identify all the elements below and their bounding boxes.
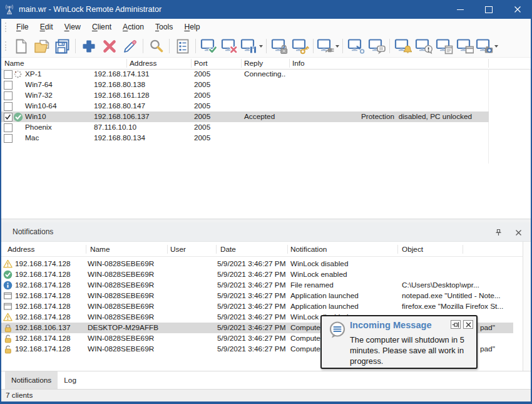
popup-pin-button[interactable] (451, 320, 461, 329)
client-row-win7-32[interactable]: Win7-32192.168.161.1282005 (1, 90, 489, 101)
column-separator[interactable] (287, 245, 288, 254)
client-checkbox[interactable] (4, 70, 13, 79)
notifications-column-user[interactable]: User (170, 242, 186, 257)
notification-row[interactable]: 192.168.174.128WIN-0828SEBE69R5/9/2021 3… (1, 301, 513, 312)
menu-help[interactable]: Help (178, 19, 205, 35)
client-row-xp-1[interactable]: XP-1192.168.174.1312005Connecting.. (1, 69, 489, 80)
menu-file[interactable]: File (11, 19, 34, 35)
dropdown-caret-icon[interactable] (494, 45, 498, 49)
column-separator[interactable] (463, 245, 463, 254)
screenshot-button[interactable] (475, 37, 499, 56)
maximize-button[interactable] (474, 0, 503, 19)
info-icon (3, 281, 13, 290)
client-row-win10[interactable]: Win10192.168.106.1372005AcceptedProtecti… (1, 111, 489, 122)
notification-row[interactable]: 192.168.174.128WIN-0828SEBE69R5/9/2021 3… (1, 269, 513, 280)
notes-button[interactable] (434, 37, 454, 56)
delete-client-button[interactable] (99, 37, 120, 56)
dropdown-caret-icon[interactable] (259, 45, 263, 49)
clients-column-port[interactable]: Port (194, 58, 208, 69)
windows-button[interactable] (454, 37, 475, 56)
client-port: 2005 (194, 122, 210, 133)
suspend-protection-button[interactable] (240, 37, 263, 56)
add-client-button[interactable] (78, 37, 99, 56)
power-options-button[interactable] (316, 37, 340, 56)
notifications-column-address[interactable]: Address (8, 242, 34, 257)
column-separator[interactable] (289, 59, 290, 68)
alarm-button[interactable] (392, 37, 413, 56)
column-separator[interactable] (167, 245, 168, 254)
enable-protection-button[interactable] (198, 37, 219, 56)
notifications-column-name[interactable]: Name (90, 242, 110, 257)
message-bubble-icon (327, 321, 347, 341)
minimize-button[interactable] (446, 0, 474, 19)
column-separator[interactable] (241, 59, 242, 68)
remote-control-button[interactable] (345, 37, 366, 56)
panel-close-icon (515, 229, 522, 236)
notifications-column-date[interactable]: Date (220, 242, 236, 257)
menu-edit[interactable]: Edit (34, 19, 59, 35)
client-row-mac[interactable]: Mac192.168.80.1342005 (1, 133, 489, 143)
monitor-x-icon (221, 38, 238, 54)
notifications-column-notification[interactable]: Notification (290, 242, 327, 257)
client-checkbox[interactable] (4, 91, 13, 100)
column-separator[interactable] (191, 59, 192, 68)
clients-column-name[interactable]: Name (4, 58, 24, 69)
notification-row[interactable]: 192.168.174.128WIN-0828SEBE69R5/9/2021 3… (1, 291, 513, 301)
column-separator[interactable] (397, 245, 398, 254)
client-checkbox[interactable] (4, 81, 13, 90)
popup-close-button[interactable] (463, 320, 473, 329)
clients-column-info[interactable]: Info (292, 58, 305, 69)
edit-client-button[interactable] (120, 37, 140, 56)
clients-column-reply[interactable]: Reply (244, 58, 263, 69)
close-icon (514, 6, 521, 13)
window-border (0, 401, 532, 404)
unlock-computer-button[interactable] (290, 37, 310, 56)
panel-close-button[interactable] (513, 228, 523, 237)
client-checkbox[interactable] (4, 102, 13, 111)
save-file-button[interactable] (52, 37, 73, 56)
window-title: main.wr - WinLock Remote Administrator (19, 5, 446, 14)
find-button[interactable] (146, 37, 166, 56)
toolbar-separator (389, 39, 390, 53)
details-view-button[interactable] (172, 37, 193, 56)
send-message-button[interactable] (366, 37, 387, 56)
column-separator[interactable] (488, 59, 489, 68)
notification-address: 192.168.174.128 (15, 301, 71, 312)
column-separator[interactable] (86, 245, 86, 254)
monitor-camera-icon (476, 38, 493, 54)
open-file-button[interactable] (31, 37, 52, 56)
clients-column-address[interactable]: Address (130, 58, 156, 69)
toolbar-separator (169, 39, 170, 53)
notification-row[interactable]: 192.168.174.128WIN-0828SEBE69R5/9/2021 3… (1, 259, 513, 269)
notification-address: 192.168.174.128 (15, 269, 71, 280)
dropdown-caret-icon[interactable] (335, 45, 339, 49)
column-separator[interactable] (126, 59, 127, 68)
tab-notifications[interactable]: Notifications (5, 371, 58, 389)
client-row-win10-64[interactable]: Win10-64192.168.80.1472005 (1, 101, 489, 111)
client-row-phoenix[interactable]: Phoenix87.116.10.102005 (1, 122, 489, 133)
notifications-column-object[interactable]: Object (402, 242, 423, 257)
notification-row[interactable]: 192.168.174.128WIN-0828SEBE69R5/9/2021 3… (1, 280, 513, 291)
toolbar-grip (5, 41, 8, 51)
client-row-win7-64[interactable]: Win7-64192.168.80.1382005 (1, 80, 489, 90)
toolbar-separator (75, 39, 76, 53)
popup-warning-button[interactable] (413, 37, 434, 56)
tab-log[interactable]: Log (58, 371, 83, 389)
client-checkbox[interactable] (4, 123, 13, 132)
panel-pin-button[interactable] (493, 228, 503, 237)
lock-computer-button[interactable] (269, 37, 290, 56)
client-checkbox[interactable] (4, 134, 13, 143)
close-button[interactable] (503, 0, 532, 19)
menu-tools[interactable]: Tools (150, 19, 178, 35)
warning-icon (3, 259, 13, 268)
client-checkbox[interactable] (4, 113, 13, 122)
menu-client[interactable]: Client (86, 19, 117, 35)
notifications-table-header: AddressNameUserDateNotificationObject (1, 242, 523, 257)
new-file-button[interactable] (11, 37, 31, 56)
vertical-scrollbar[interactable] (523, 242, 531, 371)
notification-date: 5/9/2021 3:46:27 PM (217, 312, 286, 323)
disable-protection-button[interactable] (219, 37, 240, 56)
menu-view[interactable]: View (59, 19, 86, 35)
column-separator[interactable] (216, 245, 217, 254)
menu-action[interactable]: Action (117, 19, 150, 35)
